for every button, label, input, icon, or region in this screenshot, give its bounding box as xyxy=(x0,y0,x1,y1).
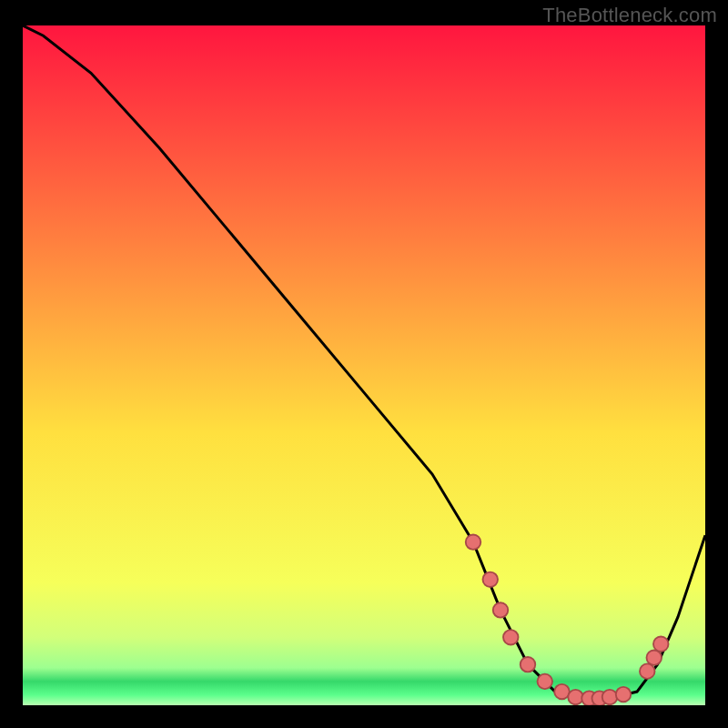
curve-series-name: bottleneck-curve xyxy=(0,0,1,1)
chart-type: line xyxy=(0,0,1,1)
gradient-background xyxy=(23,25,705,705)
marker-point xyxy=(538,674,553,689)
bottleneck-chart xyxy=(23,25,705,705)
marker-point xyxy=(503,630,519,644)
marker-point xyxy=(554,684,570,699)
marker-point xyxy=(640,663,655,678)
attribution-text: TheBottleneck.com xyxy=(542,4,717,27)
marker-point xyxy=(653,637,669,652)
marker-point xyxy=(647,650,662,664)
marker-point xyxy=(493,602,509,617)
marker-point xyxy=(602,690,618,704)
marker-point xyxy=(521,657,536,672)
marker-point xyxy=(466,535,481,550)
marker-point xyxy=(568,690,583,704)
chart-frame: TheBottleneck.com line bottleneck-curve … xyxy=(0,0,728,728)
marker-series-name: highlight-points xyxy=(0,0,1,1)
marker-point xyxy=(483,572,499,587)
marker-point xyxy=(616,687,632,702)
